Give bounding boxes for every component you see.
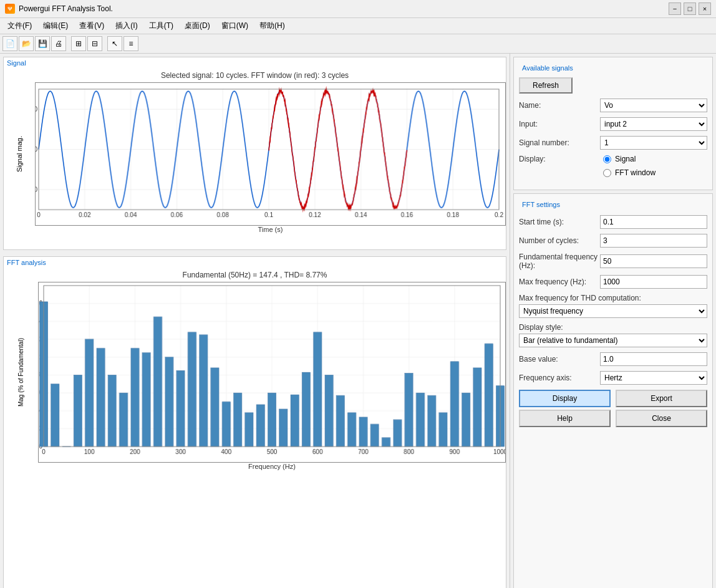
help-button[interactable]: Help	[519, 410, 611, 427]
help-close-buttons: Help Close	[519, 410, 707, 427]
num-cycles-row: Number of cycles:	[519, 234, 707, 248]
freq-axis-select[interactable]: Hertz	[600, 371, 707, 385]
max-freq-thd-select[interactable]: Nyquist frequency	[519, 304, 707, 318]
menu-window[interactable]: 窗口(W)	[216, 19, 253, 32]
input-row: Input: input 2	[519, 117, 707, 131]
menu-file[interactable]: 文件(F)	[2, 19, 37, 32]
start-time-row: Start time (s):	[519, 215, 707, 229]
bottom-buttons: Display Export	[519, 390, 707, 407]
base-value-label: Base value:	[519, 355, 600, 364]
window-controls[interactable]: − □ ×	[669, 2, 711, 15]
signal-section-title: Signal	[4, 57, 506, 69]
title-bar: Ψ Powergui FFT Analysis Tool. − □ ×	[0, 0, 716, 18]
base-value-row: Base value:	[519, 352, 707, 366]
input-select[interactable]: input 2	[600, 117, 707, 131]
menu-help[interactable]: 帮助(H)	[254, 19, 290, 32]
maximize-button[interactable]: □	[684, 2, 696, 15]
freq-axis-label: Frequency axis:	[519, 374, 600, 382]
signal-chart-title: Selected signal: 10 cycles. FFT window (…	[4, 69, 506, 82]
minimize-button[interactable]: −	[669, 2, 681, 15]
signal-radio-row: Signal	[603, 155, 656, 163]
display-button[interactable]: Display	[519, 390, 611, 407]
fft-window-radio-label: FFT window	[615, 168, 656, 177]
num-cycles-label: Number of cycles:	[519, 236, 600, 245]
display-style-label: Display style:	[519, 323, 707, 332]
fund-freq-row: Fundamental frequency (Hz):	[519, 253, 707, 270]
input-label: Input:	[519, 120, 600, 128]
start-time-label: Start time (s):	[519, 218, 600, 226]
display-style-row: Display style: Bar (relative to fundamen…	[519, 323, 707, 347]
max-freq-thd-row: Max frequency for THD computation: Nyqui…	[519, 294, 707, 318]
tb-btn5[interactable]: ⊞	[71, 36, 86, 51]
signal-number-select[interactable]: 1	[600, 136, 707, 150]
menu-tools[interactable]: 工具(T)	[144, 19, 178, 32]
signal-radio[interactable]	[603, 155, 611, 163]
max-freq-label: Max frequency (Hz):	[519, 277, 600, 286]
menu-view[interactable]: 查看(V)	[74, 19, 109, 32]
fft-y-axis-label: Mag (% of Fundamental)	[17, 338, 24, 407]
signal-canvas	[35, 82, 506, 226]
available-signals-section: Available signals Refresh Name: Vo Input…	[513, 57, 713, 190]
save-button[interactable]: 💾	[35, 36, 50, 51]
fft-section: FFT analysis Fundamental (50Hz) = 147.4 …	[3, 256, 506, 588]
name-label: Name:	[519, 101, 600, 110]
name-select[interactable]: Vo	[600, 99, 707, 112]
fft-x-axis-label: Frequency (Hz)	[38, 463, 506, 471]
refresh-button[interactable]: Refresh	[519, 77, 573, 94]
app-title: Powergui FFT Analysis Tool.	[19, 4, 113, 13]
signal-y-axis-label: Signal mag.	[16, 136, 23, 172]
name-row: Name: Vo	[519, 99, 707, 112]
max-freq-input[interactable]	[600, 275, 707, 289]
fft-settings-title: FFT settings	[519, 199, 707, 210]
display-label: Display:	[519, 155, 600, 163]
fft-settings-section: FFT settings Start time (s): Number of c…	[513, 193, 713, 588]
print-button[interactable]: 🖨	[51, 36, 66, 51]
display-row: Display: Signal FFT window	[519, 155, 707, 180]
fund-freq-label: Fundamental frequency (Hz):	[519, 253, 600, 270]
close-window-button[interactable]: ×	[699, 2, 711, 15]
main-content: Signal Selected signal: 10 cycles. FFT w…	[0, 54, 716, 588]
fft-canvas	[38, 282, 506, 463]
display-style-select[interactable]: Bar (relative to fundamental)	[519, 334, 707, 347]
tb-btn8[interactable]: ≡	[123, 36, 138, 51]
fund-freq-input[interactable]	[600, 254, 707, 268]
signal-x-axis-label: Time (s)	[35, 226, 506, 234]
fft-section-title: FFT analysis	[4, 257, 506, 268]
freq-axis-row: Frequency axis: Hertz	[519, 371, 707, 385]
max-freq-row: Max frequency (Hz):	[519, 275, 707, 289]
available-signals-title: Available signals	[519, 62, 707, 74]
signal-section: Signal Selected signal: 10 cycles. FFT w…	[3, 57, 506, 250]
left-panel: Signal Selected signal: 10 cycles. FFT w…	[0, 54, 510, 588]
base-value-input[interactable]	[600, 352, 707, 366]
close-button[interactable]: Close	[616, 410, 707, 427]
max-freq-thd-label: Max frequency for THD computation:	[519, 294, 707, 302]
open-button[interactable]: 📂	[19, 36, 34, 51]
menu-insert[interactable]: 插入(I)	[110, 19, 142, 32]
fft-window-radio-row: FFT window	[603, 168, 656, 177]
tb-btn6[interactable]: ⊟	[87, 36, 102, 51]
menu-bar: 文件(F) 编辑(E) 查看(V) 插入(I) 工具(T) 桌面(D) 窗口(W…	[0, 18, 716, 34]
select-tool[interactable]: ↖	[107, 36, 122, 51]
toolbar: 📄 📂 💾 🖨 ⊞ ⊟ ↖ ≡	[0, 34, 716, 54]
fft-chart-title: Fundamental (50Hz) = 147.4 , THD= 8.77%	[4, 268, 506, 282]
app-icon: Ψ	[5, 4, 15, 14]
new-button[interactable]: 📄	[2, 36, 17, 51]
right-panel: Available signals Refresh Name: Vo Input…	[510, 54, 716, 588]
signal-number-row: Signal number: 1	[519, 136, 707, 150]
menu-desktop[interactable]: 桌面(D)	[180, 19, 215, 32]
num-cycles-input[interactable]	[600, 234, 707, 248]
signal-radio-label: Signal	[615, 155, 636, 163]
start-time-input[interactable]	[600, 215, 707, 229]
menu-edit[interactable]: 编辑(E)	[38, 19, 73, 32]
fft-window-radio[interactable]	[603, 169, 611, 177]
export-button[interactable]: Export	[616, 390, 707, 407]
signal-number-label: Signal number:	[519, 138, 600, 147]
